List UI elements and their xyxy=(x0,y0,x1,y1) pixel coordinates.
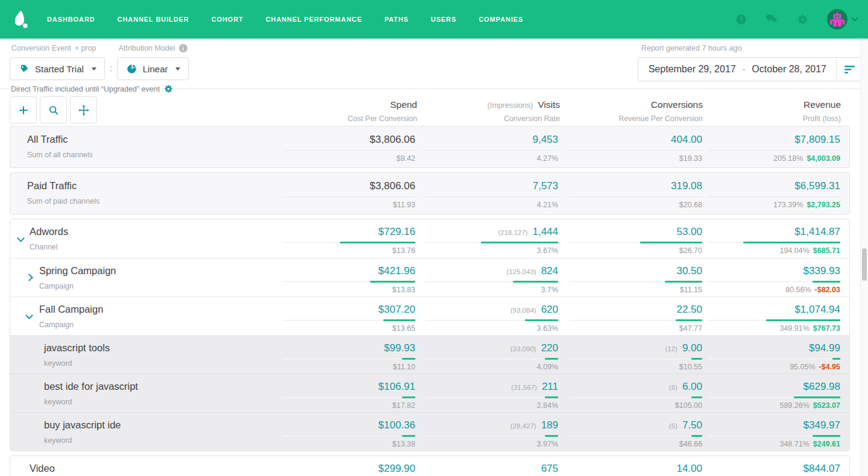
table-row[interactable]: Spring Campaign Campaign $421.96 $13.83 … xyxy=(10,258,849,296)
chat-icon[interactable] xyxy=(766,13,778,25)
cell-value: 319.08 xyxy=(671,180,702,192)
chevron-right-icon[interactable] xyxy=(25,274,33,281)
column-header-visits: (Impressions)VisitsConversion Rate xyxy=(417,96,560,124)
value-bar xyxy=(570,281,702,283)
column-header-spend: SpendCost Per Conversion xyxy=(274,96,417,124)
filter-separator: : xyxy=(110,63,112,73)
gear-icon[interactable] xyxy=(796,13,808,25)
spend-cell: $307.20 $13.65 xyxy=(272,297,415,335)
add-prop-link[interactable]: + prop xyxy=(75,44,96,52)
account-menu[interactable] xyxy=(827,9,857,30)
top-nav: DASHBOARDCHANNEL BUILDERCOHORTCHANNEL PE… xyxy=(0,0,868,39)
cell-subvalue: $9.42 xyxy=(397,154,415,163)
row-label-area: Spring Campaign Campaign xyxy=(10,258,272,296)
attribution-model-label: Attribution Model i xyxy=(119,44,189,52)
search-button[interactable] xyxy=(40,96,67,124)
profit-value: $767.73 xyxy=(813,324,840,333)
table-row[interactable]: Video Channel $299.90 675 14.00 $844.07 xyxy=(10,456,849,476)
nav-item-channel-performance[interactable]: CHANNEL PERFORMANCE xyxy=(266,16,362,23)
row-title: buy javascript ide xyxy=(44,419,121,431)
cell-value: $99.93 xyxy=(384,342,415,354)
info-icon[interactable]: i xyxy=(179,44,187,52)
value-bar-fill xyxy=(340,242,415,243)
cell-subvalue: $10.55 xyxy=(679,363,702,371)
value-bar-fill xyxy=(402,396,415,398)
nav-item-paths[interactable]: PATHS xyxy=(385,16,409,23)
revenue-cell: $629.98 589.26%$523.07 xyxy=(702,374,849,412)
cell-prefix: (28,427) xyxy=(511,422,536,430)
value-bar xyxy=(426,396,558,398)
nav-item-dashboard[interactable]: DASHBOARD xyxy=(47,16,95,23)
conversion-event-label-text: Conversion Event xyxy=(11,44,71,52)
direct-traffic-note: Direct Traffic included until “Upgraded”… xyxy=(11,84,189,93)
move-button[interactable] xyxy=(70,96,97,124)
value-bar xyxy=(283,358,415,360)
chevron-down-icon[interactable] xyxy=(851,14,858,21)
table-row[interactable]: best ide for javascript keyword $106.91 … xyxy=(10,374,849,412)
cell-prefix: (218,127) xyxy=(498,229,527,236)
date-range-picker[interactable]: September 29, 2017 - October 28, 2017 xyxy=(638,57,863,81)
cell-value: $1,074.94 xyxy=(794,304,840,316)
filter-options-icon[interactable] xyxy=(837,65,863,74)
conversion-event-select[interactable]: Started Trial xyxy=(10,57,105,80)
chevron-down-icon[interactable] xyxy=(25,312,33,319)
avatar[interactable] xyxy=(827,9,848,30)
chevron-down-icon[interactable] xyxy=(17,234,25,242)
cell-subvalue: $13.65 xyxy=(392,324,415,333)
value-bar xyxy=(426,281,558,283)
nav-item-users[interactable]: USERS xyxy=(431,16,456,23)
table-row[interactable]: buy javascript ide keyword $100.36 $13.3… xyxy=(10,412,849,451)
table-row[interactable]: Paid Traffic Sum of paid channels $3,806… xyxy=(10,173,849,214)
scrollbar-thumb[interactable] xyxy=(862,248,867,281)
cell-value: 22.50 xyxy=(676,304,702,316)
cell-value: $421.96 xyxy=(379,265,415,277)
attribution-model-label-text: Attribution Model xyxy=(119,44,175,52)
value-bar xyxy=(426,358,558,360)
add-button[interactable] xyxy=(10,96,37,124)
row-subtitle: Campaign xyxy=(39,321,103,329)
cell-value: 9,453 xyxy=(532,134,558,146)
value-bar-fill xyxy=(832,358,840,360)
table-row[interactable]: Fall Campaign Campaign $307.20 $13.65 (9… xyxy=(10,296,849,335)
row-label-area: Adwords Channel xyxy=(10,219,272,258)
toolbar xyxy=(10,96,97,124)
table-body: All Traffic Sum of all channels $3,806.0… xyxy=(10,126,850,476)
row-label-area: Video Channel xyxy=(10,456,272,476)
app-logo-icon[interactable] xyxy=(11,9,29,30)
cell-value: 30.50 xyxy=(676,265,702,277)
nav-item-channel-builder[interactable]: CHANNEL BUILDER xyxy=(118,16,189,23)
table-row[interactable]: Adwords Channel $729.16 $13.76 (218,127)… xyxy=(10,219,849,258)
attribution-model-select[interactable]: Linear xyxy=(117,57,189,80)
table-row[interactable]: All Traffic Sum of all channels $3,806.0… xyxy=(10,127,849,168)
row-label-area: Paid Traffic Sum of paid channels xyxy=(10,173,272,214)
table-row[interactable]: javascript tools keyword $99.93 $11.10 (… xyxy=(10,335,849,374)
cell-value: 220 xyxy=(541,342,558,354)
profit-value: -$82.03 xyxy=(815,286,840,294)
settings-gear-icon[interactable] xyxy=(164,84,173,93)
cell-subvalue: 3.63% xyxy=(537,324,558,333)
conversions-cell: (6)6.00 $105.00 xyxy=(558,374,702,412)
scrollbar[interactable] xyxy=(860,39,868,476)
row-card: Paid Traffic Sum of paid channels $3,806… xyxy=(10,172,850,215)
column-header-conversions: ConversionsRevenue Per Conversion xyxy=(560,96,703,124)
row-label-area: Fall Campaign Campaign xyxy=(10,297,272,335)
row-card: All Traffic Sum of all channels $3,806.0… xyxy=(10,126,850,168)
cell-subvalue: 3.7% xyxy=(541,286,559,294)
help-icon[interactable]: ? xyxy=(735,13,747,25)
row-label-area: All Traffic Sum of all channels xyxy=(10,127,272,168)
nav-right: ? xyxy=(735,9,857,30)
profit-value: $685.71 xyxy=(813,246,840,255)
pie-chart-icon xyxy=(127,64,137,74)
conversions-cell: (5)7.50 $46.66 xyxy=(558,413,702,451)
nav-item-companies[interactable]: COMPANIES xyxy=(479,16,523,23)
nav-item-cohort[interactable]: COHORT xyxy=(212,16,244,23)
row-subtitle: Channel xyxy=(30,243,68,251)
spend-cell: $106.91 $17.82 xyxy=(272,374,415,412)
row-card: Video Channel $299.90 675 14.00 $844.07 xyxy=(10,456,850,476)
visits-cell: (31,567)211 2.84% xyxy=(415,374,558,412)
cell-subvalue: $13.76 xyxy=(392,246,415,255)
cell-value: $1,414.87 xyxy=(794,226,840,238)
value-bar xyxy=(283,319,415,321)
row-title: All Traffic xyxy=(27,134,93,145)
revenue-cell: $339.93 80.56%-$82.03 xyxy=(702,258,849,296)
